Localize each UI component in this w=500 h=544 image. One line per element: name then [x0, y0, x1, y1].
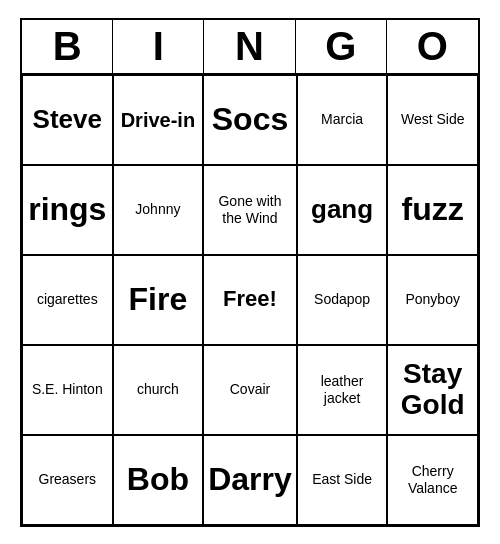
bingo-cell-r0-c4: West Side	[387, 75, 478, 165]
bingo-card: BINGO SteveDrive-inSocsMarciaWest Sideri…	[20, 18, 480, 527]
bingo-cell-r1-c0: rings	[22, 165, 113, 255]
bingo-cell-r1-c1: Johnny	[113, 165, 204, 255]
header-letter: N	[204, 20, 295, 73]
bingo-cell-r1-c3: gang	[297, 165, 388, 255]
bingo-cell-r2-c0: cigarettes	[22, 255, 113, 345]
bingo-cell-r2-c4: Ponyboy	[387, 255, 478, 345]
bingo-cell-r4-c2: Darry	[203, 435, 297, 525]
bingo-cell-r4-c1: Bob	[113, 435, 204, 525]
bingo-cell-r0-c2: Socs	[203, 75, 297, 165]
header-letter: O	[387, 20, 478, 73]
header-letter: I	[113, 20, 204, 73]
bingo-cell-r3-c0: S.E. Hinton	[22, 345, 113, 435]
header-letter: G	[296, 20, 387, 73]
bingo-cell-r0-c3: Marcia	[297, 75, 388, 165]
bingo-cell-r3-c4: Stay Gold	[387, 345, 478, 435]
bingo-cell-r2-c1: Fire	[113, 255, 204, 345]
bingo-cell-r4-c4: Cherry Valance	[387, 435, 478, 525]
bingo-cell-r0-c0: Steve	[22, 75, 113, 165]
bingo-cell-r2-c3: Sodapop	[297, 255, 388, 345]
bingo-cell-r0-c1: Drive-in	[113, 75, 204, 165]
bingo-cell-r2-c2: Free!	[203, 255, 297, 345]
bingo-grid: SteveDrive-inSocsMarciaWest SideringsJoh…	[22, 75, 478, 525]
bingo-header: BINGO	[22, 20, 478, 75]
header-letter: B	[22, 20, 113, 73]
bingo-cell-r3-c2: Covair	[203, 345, 297, 435]
bingo-cell-r4-c0: Greasers	[22, 435, 113, 525]
bingo-cell-r1-c4: fuzz	[387, 165, 478, 255]
bingo-cell-r1-c2: Gone with the Wind	[203, 165, 297, 255]
bingo-cell-r4-c3: East Side	[297, 435, 388, 525]
bingo-cell-r3-c1: church	[113, 345, 204, 435]
bingo-cell-r3-c3: leather jacket	[297, 345, 388, 435]
